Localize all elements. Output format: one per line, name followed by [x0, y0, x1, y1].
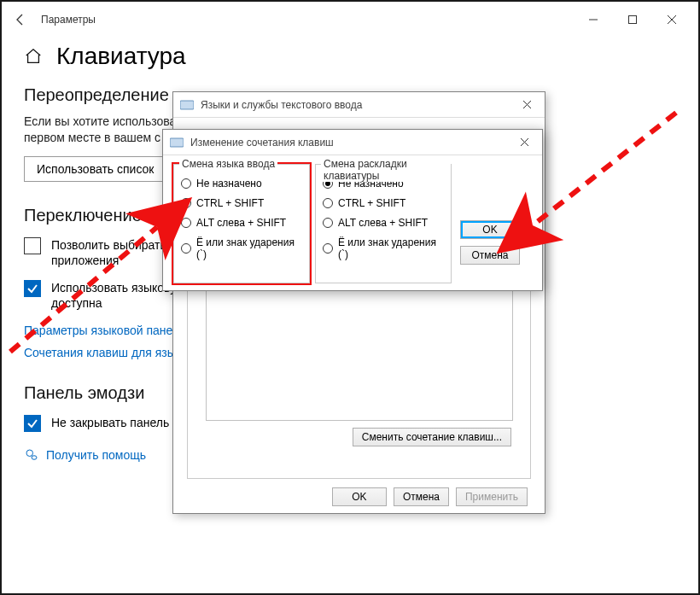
- checkbox-use-lang-bar[interactable]: [24, 280, 41, 297]
- checkbox-allow-per-app-label: Позволить выбирать м приложения: [51, 237, 178, 268]
- window-title: Параметры: [32, 14, 574, 26]
- dialog-text-services-close[interactable]: [516, 96, 538, 114]
- radio-layout-ctrl-shift[interactable]: CTRL + SHIFT: [323, 197, 444, 209]
- group-layout-switch-legend: Смена раскладки клавиатуры: [321, 158, 451, 182]
- checkbox-use-lang-bar-label: Использовать языкову доступна: [51, 280, 176, 311]
- settings-window: Параметры Клавиатура Переопределение Есл…: [0, 0, 700, 595]
- svg-point-5: [32, 455, 37, 459]
- group-layout-switch: Смена раскладки клавиатуры Не назначено …: [315, 164, 452, 283]
- dialog-mid-cancel-button[interactable]: Отмена: [394, 487, 449, 506]
- svg-rect-1: [629, 16, 637, 24]
- radio-layout-grave[interactable]: Ё или знак ударения (`): [323, 236, 444, 260]
- group-language-switch: Смена языка ввода Не назначено CTRL + SH…: [173, 164, 310, 283]
- dialog-change-hotkey-close[interactable]: [513, 133, 535, 152]
- titlebar: Параметры: [2, 2, 698, 38]
- link-get-help[interactable]: Получить помощь: [46, 448, 146, 462]
- checkbox-emoji-keep-open[interactable]: [24, 415, 41, 432]
- svg-point-4: [26, 450, 33, 457]
- dialog-mid-apply-button[interactable]: Применить: [456, 487, 528, 506]
- change-hotkey-button[interactable]: Сменить сочетание клавиш...: [353, 428, 511, 446]
- radio-lang-none[interactable]: Не назначено: [181, 178, 302, 190]
- dialog-change-hotkey-title: Изменение сочетания клавиш: [190, 137, 513, 149]
- radio-lang-ctrl-shift[interactable]: CTRL + SHIFT: [181, 197, 302, 209]
- svg-rect-9: [170, 138, 184, 147]
- dialog-top-cancel-button[interactable]: Отмена: [460, 246, 520, 265]
- help-icon: [24, 447, 39, 463]
- dialog-text-services-title: Языки и службы текстового ввода: [201, 99, 516, 111]
- keyboard-icon: [170, 137, 184, 149]
- radio-lang-alt-shift[interactable]: ALT слева + SHIFT: [181, 217, 302, 229]
- home-icon[interactable]: [24, 47, 43, 66]
- svg-rect-6: [180, 101, 194, 109]
- maximize-button[interactable]: [613, 7, 652, 32]
- back-button[interactable]: [9, 8, 32, 32]
- close-button[interactable]: [652, 7, 691, 32]
- dialog-change-hotkey: Изменение сочетания клавиш Смена языка в…: [162, 129, 543, 291]
- page-title: Клавиатура: [56, 43, 186, 70]
- dialog-change-hotkey-titlebar: Изменение сочетания клавиш: [163, 130, 542, 155]
- group-language-switch-legend: Смена языка ввода: [179, 158, 277, 170]
- radio-lang-grave[interactable]: Ё или знак ударения (`): [181, 236, 302, 260]
- dialog-top-ok-button[interactable]: OK: [460, 220, 520, 239]
- dialog-text-services-titlebar: Языки и службы текстового ввода: [173, 92, 545, 118]
- dialog-top-buttons: OK Отмена: [457, 164, 523, 282]
- radio-layout-alt-shift[interactable]: ALT слева + SHIFT: [323, 217, 444, 229]
- use-list-button[interactable]: Использовать список: [24, 156, 166, 182]
- minimize-button[interactable]: [574, 7, 613, 32]
- checkbox-allow-per-app[interactable]: [24, 237, 41, 254]
- keyboard-icon: [180, 99, 194, 111]
- dialog-mid-ok-button[interactable]: OK: [332, 487, 387, 506]
